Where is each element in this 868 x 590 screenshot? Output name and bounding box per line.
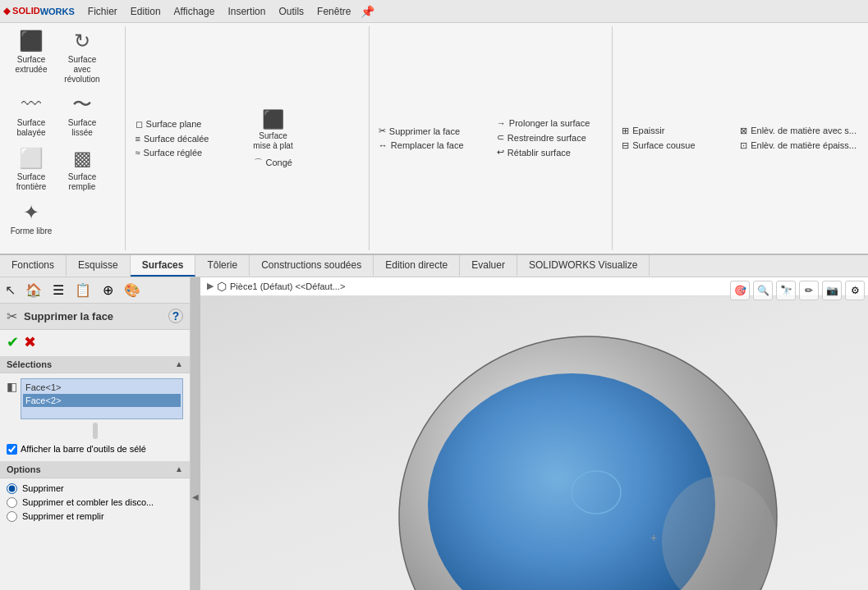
menu-outils[interactable]: Outils: [272, 2, 310, 21]
ribbon-btn-prolonger[interactable]: → Prolonger la surface: [492, 117, 607, 130]
surface-lissee-icon: 〜: [72, 93, 92, 117]
ribbon-btn-conge[interactable]: ⌒ Congé: [249, 155, 364, 171]
tab-evaluer[interactable]: Evaluer: [460, 255, 517, 277]
menu-fichier[interactable]: Fichier: [81, 2, 124, 21]
enlev-matiere-e-label: Enlèv. de matière épaiss...: [751, 140, 857, 150]
ok-button[interactable]: ✔: [7, 333, 19, 351]
ribbon-btn-surface-cousue[interactable]: ⊟ Surface cousue: [617, 139, 732, 153]
surface-cousue-icon: ⊟: [622, 140, 629, 151]
fm-btn-color[interactable]: 🎨: [121, 279, 144, 300]
app-logo: ◆ SOLIDWORKS: [3, 6, 75, 16]
radio-supprimer-remplir-input[interactable]: [7, 511, 17, 522]
ribbon-btn-surface-revolution[interactable]: ↻ Surface avec révolution: [57, 26, 107, 88]
ribbon-btn-surface-plane[interactable]: ◻ Surface plane: [131, 117, 246, 131]
selections-section-header[interactable]: Sélections ▲: [0, 356, 190, 373]
fm-btn-list[interactable]: ☰: [47, 279, 70, 300]
vp-btn-6[interactable]: ⚙: [845, 281, 865, 300]
ribbon-btn-restreindre[interactable]: ⊂ Restreindre surface: [492, 130, 607, 144]
radio-supprimer-combler-input[interactable]: [7, 497, 17, 508]
show-toolbar-checkbox[interactable]: [7, 444, 17, 455]
ribbon-btn-epaissir[interactable]: ⊞ Epaissir: [617, 124, 732, 138]
forme-libre-label: Forme libre: [11, 226, 53, 236]
retablir-label: Rétablir surface: [507, 148, 571, 158]
scroll-handle: [93, 423, 98, 439]
selection-list[interactable]: Face<1> Face<2>: [21, 378, 183, 419]
radio-supprimer-label: Supprimer: [22, 483, 64, 493]
menu-insertion[interactable]: Insertion: [221, 2, 272, 21]
tab-fonctions[interactable]: Fonctions: [0, 255, 67, 277]
surface-extrudee-icon: ⬛: [19, 30, 44, 53]
model-container: +: [241, 302, 868, 590]
tab-tolerie[interactable]: Tôlerie: [195, 255, 250, 277]
surface-decalee-icon: ≡: [135, 134, 140, 144]
ribbon-btn-remplacer-face[interactable]: ↔ Remplacer la face: [374, 139, 489, 152]
menu-affichage[interactable]: Affichage: [168, 2, 222, 21]
ribbon-btn-surface-balayee[interactable]: 〰 Surface balayée: [7, 89, 56, 142]
menu-fenetre[interactable]: Fenêtre: [310, 2, 357, 21]
ribbon-btn-surface-mise-plat[interactable]: ⬛ Surface mise à plat: [249, 106, 298, 153]
feature-title: Supprimer la face: [24, 310, 113, 322]
viewport[interactable]: ▶ ⬡ Pièce1 (Défaut) <<Défaut...> 🎯 🔍 🔭 ✏…: [200, 277, 868, 590]
help-button[interactable]: ?: [168, 309, 183, 323]
ribbon-btn-surface-lissee[interactable]: 〜 Surface lissée: [57, 89, 107, 142]
selection-item-face2[interactable]: Face<2>: [23, 394, 181, 407]
prolonger-label: Prolonger la surface: [509, 118, 590, 128]
enlev-matiere-e-icon: ⊡: [740, 140, 747, 151]
conge-icon: ⌒: [254, 157, 263, 169]
ribbon-btn-surface-extrudee[interactable]: ⬛ Surface extrudée: [7, 26, 56, 79]
tab-bar: Fonctions Esquisse Surfaces Tôlerie Cons…: [0, 255, 868, 277]
restreindre-label: Restreindre surface: [507, 133, 586, 143]
face-select-icon: ◧: [7, 380, 17, 393]
fm-btn-properties[interactable]: 📋: [71, 279, 94, 300]
surface-extrudee-label: Surface extrudée: [8, 55, 54, 75]
cancel-button[interactable]: ✖: [24, 333, 36, 351]
ribbon-group-right: ✂ Supprimer la face ↔ Remplacer la face …: [374, 26, 607, 250]
surface-plane-label: Surface plane: [146, 119, 202, 129]
ribbon-btn-surface-remplie[interactable]: ▩ Surface remplie: [57, 144, 107, 196]
cursor-icon: ↖: [3, 281, 17, 300]
panel-collapse-handle[interactable]: ◀: [191, 277, 200, 590]
tab-constructions-soudees[interactable]: Constructions soudées: [250, 255, 374, 277]
fm-btn-home[interactable]: 🏠: [22, 279, 45, 300]
ribbon-btn-enlev-matiere-s[interactable]: ⊠ Enlèv. de matière avec s...: [735, 124, 861, 138]
retablir-icon: ↩: [497, 147, 504, 158]
menu-edition[interactable]: Edition: [124, 2, 168, 21]
ribbon-col-middle-1: ◻ Surface plane ≡ Surface décalée ≈ Surf…: [131, 117, 246, 159]
tab-esquisse[interactable]: Esquisse: [67, 255, 131, 277]
restreindre-icon: ⊂: [497, 132, 504, 143]
ribbon-group-left: ⬛ Surface extrudée ↻ Surface avec révolu…: [7, 26, 120, 250]
ribbon-btn-surface-frontiere[interactable]: ⬜ Surface frontière: [7, 144, 56, 196]
options-content: Supprimer Supprimer et combler les disco…: [0, 478, 190, 530]
logo-works: WORKS: [40, 7, 75, 16]
ribbon-col-far-right-2: ⊠ Enlèv. de matière avec s... ⊡ Enlèv. d…: [735, 124, 861, 153]
ribbon-btn-supprimer-face[interactable]: ✂ Supprimer la face: [374, 124, 489, 138]
supprimer-face-label: Supprimer la face: [389, 126, 460, 136]
ribbon-btn-surface-reglee[interactable]: ≈ Surface réglée: [131, 146, 246, 159]
vp-btn-4[interactable]: ✏: [799, 281, 819, 300]
options-title: Options: [7, 464, 41, 474]
radio-supprimer-remplir-label: Supprimer et remplir: [22, 511, 104, 521]
ribbon-btn-enlev-matiere-e[interactable]: ⊡ Enlèv. de matière épaiss...: [735, 139, 861, 153]
conge-label: Congé: [266, 158, 292, 167]
pin-icon[interactable]: 📌: [361, 5, 374, 18]
part-icon: ⬡: [217, 280, 227, 293]
fm-btn-add[interactable]: ⊕: [96, 279, 119, 300]
vp-btn-5[interactable]: 📷: [822, 281, 842, 300]
epaissir-label: Epaissir: [632, 126, 664, 135]
tab-surfaces[interactable]: Surfaces: [131, 255, 196, 277]
tab-edition-directe[interactable]: Edition directe: [374, 255, 460, 277]
crosshair-marker: +: [650, 531, 656, 544]
enlev-matiere-s-icon: ⊠: [740, 126, 747, 136]
radio-supprimer-input[interactable]: [7, 483, 17, 494]
options-section-header[interactable]: Options ▲: [0, 461, 190, 478]
selection-item-face1[interactable]: Face<1>: [23, 381, 181, 394]
ribbon-btn-surface-decalee[interactable]: ≡ Surface décalée: [131, 132, 246, 145]
logo-solid: ◆ SOLID: [3, 6, 40, 16]
ribbon-col-far-right-1: ⊞ Epaissir ⊟ Surface cousue: [617, 124, 732, 153]
tab-solidworks-visualize[interactable]: SOLIDWORKS Visualize: [517, 255, 650, 277]
surface-reglee-label: Surface réglée: [144, 148, 203, 158]
left-panel: ↖ 🏠 ☰ 📋 ⊕ 🎨 ✂ Supprimer la face ? ✔ ✖: [0, 277, 191, 590]
ribbon-btn-forme-libre[interactable]: ✦ Forme libre: [7, 198, 56, 250]
ribbon-btn-retablir[interactable]: ↩ Rétablir surface: [492, 145, 607, 159]
enlev-matiere-s-label: Enlèv. de matière avec s...: [751, 126, 857, 135]
